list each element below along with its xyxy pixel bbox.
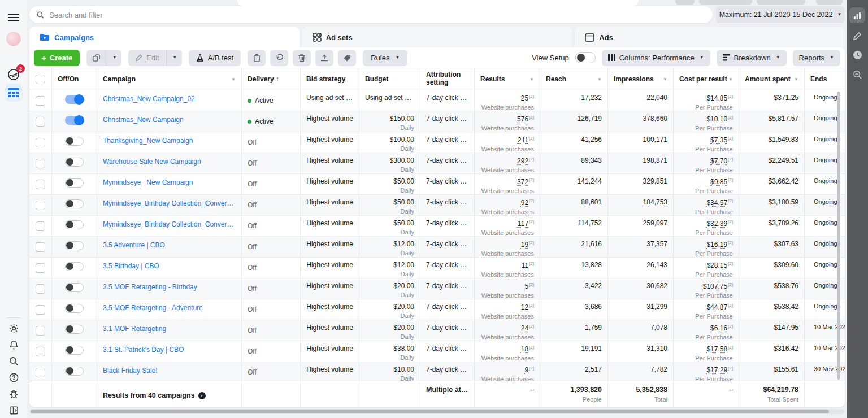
help-icon[interactable] [0, 372, 27, 383]
row-checkbox[interactable] [36, 263, 45, 273]
avatar[interactable] [0, 32, 27, 46]
col-delivery[interactable]: Delivery↑ [242, 68, 301, 90]
campaign-link[interactable]: Christmas_New Campaign_02 [103, 94, 195, 103]
campaign-toggle[interactable] [65, 116, 84, 125]
campaign-toggle[interactable] [65, 367, 84, 376]
tag-button[interactable] [338, 50, 356, 66]
cpr-value[interactable]: $10.10 [706, 115, 727, 123]
row-checkbox[interactable] [36, 201, 45, 210]
campaign-link[interactable]: 3.1 MOF Retargeting [103, 324, 166, 333]
cpr-value[interactable]: $16.19 [706, 241, 727, 249]
col-results[interactable]: Results▼ [475, 68, 540, 90]
edit-pencil-icon[interactable] [847, 31, 868, 41]
view-setup-toggle[interactable] [575, 52, 596, 63]
columns-button[interactable]: Columns: Performance ▼ [602, 50, 710, 66]
cpr-value[interactable]: $7.35 [710, 136, 727, 144]
campaign-link[interactable]: Mymindseye_Birthday Collection_Conversio… [103, 198, 236, 208]
rules-button[interactable]: Rules ▼ [363, 50, 407, 66]
edit-menu-button[interactable]: ▼ [166, 50, 182, 66]
campaign-toggle[interactable] [65, 178, 84, 188]
row-checkbox[interactable] [36, 159, 45, 168]
select-all-checkbox[interactable] [36, 75, 45, 84]
row-checkbox[interactable] [36, 180, 45, 189]
results-value[interactable]: 24 [521, 324, 528, 332]
results-value[interactable]: 11 [522, 262, 528, 269]
delete-button[interactable] [293, 50, 311, 66]
campaign-link[interactable]: Christmas_New Campaign [103, 115, 184, 124]
info-icon[interactable]: i [198, 392, 206, 399]
row-checkbox[interactable] [36, 305, 45, 315]
tab-campaigns[interactable]: Campaigns [29, 27, 300, 47]
date-range-button[interactable]: Maximum: 21 Jul 2020-15 Dec 2022 ▼ [716, 6, 845, 23]
clipboard-button[interactable] [248, 50, 266, 66]
settings-gear-icon[interactable] [0, 323, 27, 334]
col-campaign[interactable]: Campaign▼ [97, 68, 242, 90]
cpr-value[interactable]: $44.87 [706, 303, 727, 311]
campaign-link[interactable]: 3.5 Adventure | CBO [103, 240, 165, 250]
reports-button[interactable]: Reports ▼ [793, 50, 840, 66]
create-button[interactable]: + Create [34, 50, 80, 66]
row-checkbox[interactable] [36, 96, 45, 106]
vertical-scrollbar[interactable] [837, 92, 840, 380]
duplicate-button[interactable] [86, 50, 106, 66]
cpr-value[interactable]: $107.75 [703, 282, 727, 290]
row-checkbox[interactable] [36, 368, 45, 377]
undo-button[interactable] [270, 50, 288, 66]
campaign-toggle[interactable] [65, 158, 84, 167]
bug-report-icon[interactable] [0, 389, 27, 399]
campaign-toggle[interactable] [65, 137, 84, 146]
breakdown-button[interactable]: Breakdown ▼ [717, 50, 787, 66]
results-value[interactable]: 19 [521, 241, 528, 249]
results-value[interactable]: 117 [518, 220, 528, 228]
search-bar[interactable] [29, 6, 713, 23]
campaign-link[interactable]: Warehouse Sale New Campaign [103, 156, 201, 166]
campaign-toggle[interactable] [65, 95, 84, 104]
cpr-value[interactable]: $34.57 [706, 199, 727, 207]
campaign-link[interactable]: Mymindseye_ New Campaign [103, 177, 193, 187]
results-value[interactable]: 12 [521, 303, 528, 311]
notifications-bell-icon[interactable] [0, 339, 27, 350]
col-amount-spent[interactable]: Amount spent▼ [739, 68, 805, 90]
col-budget[interactable]: Budget [359, 68, 420, 90]
campaign-link[interactable]: 3.5 Birthday | CBO [103, 261, 159, 271]
tab-ads[interactable]: Ads [575, 27, 845, 47]
edit-button[interactable]: Edit [128, 50, 166, 66]
results-value[interactable]: 5 [524, 282, 528, 290]
campaign-toggle[interactable] [65, 346, 84, 355]
results-value[interactable]: 18 [521, 345, 528, 353]
row-checkbox[interactable] [36, 221, 45, 231]
campaign-link[interactable]: 3.1 St. Patrick's Day | CBO [103, 345, 184, 354]
search-icon[interactable] [0, 356, 27, 367]
results-value[interactable]: 211 [518, 136, 528, 144]
campaign-link[interactable]: Black Friday Sale! [103, 365, 158, 375]
campaign-link[interactable]: 3.5 MOF Retargeting - Adventure [103, 303, 203, 312]
cpr-value[interactable]: $6.16 [710, 324, 727, 332]
campaign-link[interactable]: Mymindseye_Birthday Collection_Conversio… [103, 219, 236, 229]
results-value[interactable]: 25 [521, 94, 528, 102]
tab-ad-sets[interactable]: Ad sets [302, 27, 572, 47]
results-value[interactable]: 576 [517, 115, 528, 123]
col-ends[interactable]: Ends [805, 68, 845, 90]
campaigns-grid-icon[interactable] [0, 84, 27, 102]
bar-chart-icon[interactable] [847, 7, 868, 23]
results-value[interactable]: 9 [524, 366, 528, 374]
campaign-toggle[interactable] [65, 199, 84, 208]
col-reach[interactable]: Reach▼ [540, 68, 608, 90]
row-checkbox[interactable] [36, 117, 45, 127]
campaign-toggle[interactable] [65, 304, 84, 313]
inspect-zoom-icon[interactable] [847, 69, 868, 80]
duplicate-menu-button[interactable]: ▼ [106, 50, 121, 66]
row-checkbox[interactable] [36, 242, 45, 252]
campaign-toggle[interactable] [65, 283, 84, 292]
cpr-value[interactable]: $28.15 [706, 262, 727, 269]
campaign-toggle[interactable] [65, 220, 84, 229]
menu-icon[interactable] [0, 11, 27, 24]
cpr-value[interactable]: $17.58 [706, 345, 727, 353]
ab-test-button[interactable]: A/B test [189, 50, 241, 66]
col-attribution[interactable]: Attribution setting [420, 68, 475, 90]
campaign-toggle[interactable] [65, 241, 84, 250]
cpr-value[interactable]: $14.85 [706, 94, 727, 102]
cpr-value[interactable]: $32.39 [706, 220, 727, 228]
collapse-panel-icon[interactable] [0, 405, 27, 416]
col-cost-per-result[interactable]: Cost per result▼ [674, 68, 739, 90]
